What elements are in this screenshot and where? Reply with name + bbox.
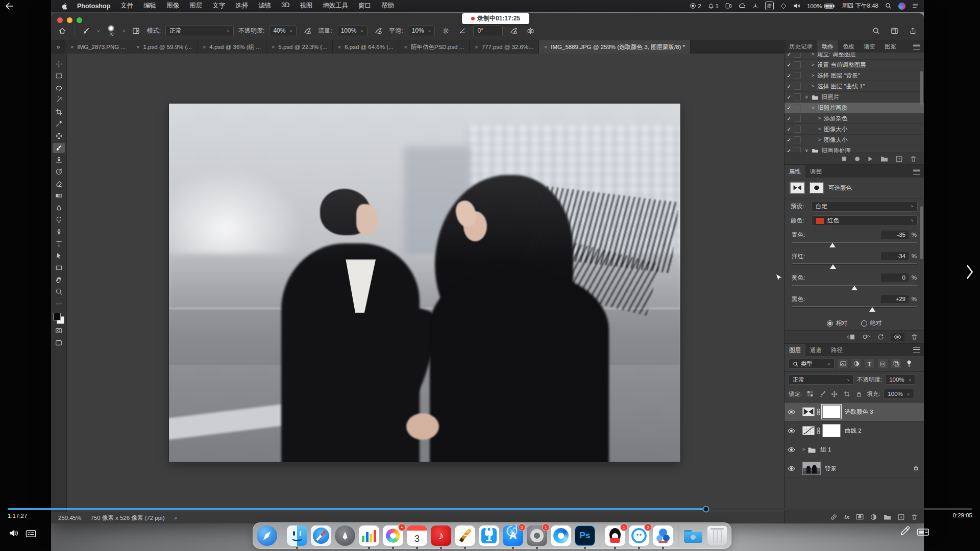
menu-item-8[interactable]: 视图 <box>295 2 317 10</box>
actions-panel-menu-icon[interactable] <box>913 40 924 53</box>
expand-arrow-icon[interactable]: > <box>812 62 814 67</box>
document-tab-1[interactable]: ×1.psd @ 59.9% (... <box>131 40 198 54</box>
new-group-button[interactable] <box>884 514 891 520</box>
action-dialog-toggle[interactable] <box>794 115 801 122</box>
brush-panel-chevron[interactable]: ∨ <box>122 29 126 32</box>
path-selection-tool[interactable] <box>53 251 65 261</box>
expand-arrow-icon[interactable]: > <box>818 137 821 142</box>
layers-panel-menu-icon[interactable] <box>913 344 924 356</box>
action-row-9[interactable]: ✓∨旧画质处理 <box>785 145 924 153</box>
previous-state-button[interactable] <box>862 334 871 340</box>
action-row-1[interactable]: ✓>设置 当前调整图层 <box>785 60 924 70</box>
blend-mode-select[interactable]: 正常∨ <box>165 26 234 36</box>
tab-close-icon[interactable]: × <box>475 44 478 50</box>
menu-item-7[interactable]: 3D <box>276 2 295 10</box>
lock-artboard-icon[interactable] <box>842 390 851 398</box>
expand-arrow-icon[interactable]: > <box>812 73 814 78</box>
action-check-icon[interactable]: ✓ <box>785 147 794 153</box>
layer-row-2[interactable]: >组 1 <box>785 440 924 459</box>
slider-thumb[interactable] <box>830 264 836 269</box>
slider-thumb[interactable] <box>869 307 875 312</box>
menu-item-3[interactable]: 图层 <box>184 2 207 10</box>
actions-scrollbar[interactable] <box>920 71 923 105</box>
player-rewind-button[interactable]: 10 <box>460 524 473 537</box>
action-dialog-toggle[interactable] <box>794 53 801 58</box>
menu-item-5[interactable]: 选择 <box>230 2 253 10</box>
brush-preview[interactable]: 70 <box>105 25 118 37</box>
document-tab-0[interactable]: ×IMG_2873.PNG ... <box>65 40 131 54</box>
menu-item-10[interactable]: 窗口 <box>353 2 376 10</box>
lasso-tool[interactable] <box>53 83 65 93</box>
history-brush-tool[interactable] <box>53 167 65 177</box>
layer-visibility-eye-icon[interactable] <box>785 403 798 421</box>
dock-app-baidu-netdisk[interactable] <box>653 525 673 546</box>
player-seekbar[interactable] <box>8 508 972 510</box>
type-tool[interactable] <box>53 239 65 249</box>
player-volume-button[interactable] <box>9 529 19 537</box>
layer-row-3[interactable]: 背景 <box>785 459 924 478</box>
tab-close-icon[interactable]: × <box>70 44 74 50</box>
layer-fill-select[interactable]: 100%∨ <box>884 389 914 399</box>
slider-thumb[interactable] <box>851 286 857 290</box>
actions-tab-3[interactable]: 渐变 <box>859 40 880 53</box>
creative-cloud-icon[interactable] <box>739 3 746 10</box>
dock-app-safari[interactable] <box>311 525 331 546</box>
actions-tab-0[interactable]: 历史记录 <box>785 40 817 53</box>
layer-styles-fx-button[interactable]: fx <box>844 514 849 520</box>
action-row-3[interactable]: ✓>选择 图层 "曲线 1" <box>785 81 924 92</box>
menu-item-0[interactable]: 文件 <box>115 2 138 10</box>
foreground-color-swatch[interactable] <box>53 313 61 320</box>
lock-all-icon[interactable] <box>854 390 863 398</box>
screen-mode-button[interactable] <box>53 338 65 348</box>
tab-close-icon[interactable]: × <box>203 44 206 50</box>
action-row-0[interactable]: ✓>建立: 调整图层 <box>785 53 924 60</box>
document-tab-4[interactable]: ×6.psd @ 64.6% (... <box>333 40 399 54</box>
collapse-arrow-icon[interactable]: ∨ <box>812 105 815 110</box>
tab-close-icon[interactable]: × <box>544 44 547 50</box>
player-forward-button[interactable]: 30 <box>505 524 519 537</box>
new-action-button[interactable] <box>896 156 902 162</box>
slider-value-field[interactable]: -35 <box>881 231 909 239</box>
expand-arrow-icon[interactable]: > <box>812 53 814 57</box>
seekbar-handle[interactable] <box>703 506 709 513</box>
filter-adjustment-icon[interactable] <box>851 359 861 368</box>
layer-filter-select[interactable]: 类型 ∨ <box>789 359 835 369</box>
actions-tab-4[interactable]: 图案 <box>880 40 901 53</box>
stop-button[interactable] <box>842 156 847 161</box>
document-tab-2[interactable]: ×4.psd @ 36% (组 ... <box>198 40 266 54</box>
layer-visibility-eye-icon[interactable] <box>785 421 798 440</box>
lock-pixels-icon[interactable] <box>818 390 826 398</box>
link-layers-button[interactable] <box>830 514 838 520</box>
properties-tab-0[interactable]: 属性 <box>785 165 805 178</box>
collapse-arrow-icon[interactable]: ∨ <box>805 148 808 153</box>
brush-tool-preset-button[interactable] <box>80 24 92 37</box>
pen-tool[interactable] <box>53 227 65 237</box>
slider-track[interactable] <box>792 241 917 247</box>
dock-app-photoshop[interactable]: Ps <box>575 525 595 546</box>
action-row-8[interactable]: ✓>图像大小 <box>785 135 924 145</box>
slider-track[interactable] <box>792 305 917 311</box>
player-keyboard-button[interactable] <box>917 528 929 537</box>
home-button[interactable] <box>56 24 68 37</box>
properties-panel-menu-icon[interactable] <box>913 165 924 178</box>
crop-tool[interactable] <box>53 107 65 117</box>
zoom-window-button[interactable] <box>77 17 82 23</box>
layer-row-0[interactable]: 选取颜色 3 <box>785 403 924 421</box>
slider-value-field[interactable]: +29 <box>881 295 909 303</box>
radio-relative[interactable]: 相对 <box>827 319 848 327</box>
dock-app-settings[interactable]: 1 <box>527 525 547 546</box>
pin-filter-icon[interactable] <box>906 360 912 367</box>
menu-item-11[interactable]: 帮助 <box>376 2 399 10</box>
action-dialog-toggle[interactable] <box>794 72 801 79</box>
action-check-icon[interactable]: ✓ <box>785 72 794 79</box>
action-dialog-toggle[interactable] <box>794 126 801 133</box>
vpn-diamond-icon[interactable] <box>780 3 787 9</box>
layer-mask-thumbnail[interactable] <box>822 405 841 418</box>
group-expand-arrow-icon[interactable]: > <box>802 447 805 452</box>
brush-preset-chevron[interactable]: ∨ <box>97 29 100 32</box>
filter-shape-icon[interactable] <box>878 359 888 368</box>
action-check-icon[interactable]: ✓ <box>785 83 794 89</box>
bell-count-icon[interactable]: 1 <box>708 3 719 9</box>
symmetry-button[interactable] <box>524 24 536 37</box>
spotlight-search-icon[interactable] <box>885 3 892 9</box>
